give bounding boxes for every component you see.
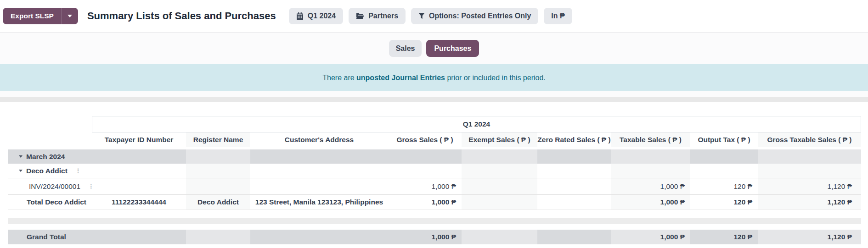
- cell-exempt-sales: [462, 230, 537, 244]
- cell-empty: [8, 116, 92, 132]
- cell-exempt-sales: [462, 149, 537, 164]
- cell-gross-taxable-sales: 1,120 ₱: [758, 195, 861, 209]
- col-register-name: Register Name: [186, 132, 250, 147]
- col-gross-taxable-sales: Gross Taxable Sales ( ₱ ): [758, 132, 861, 147]
- cell-zero-rated-sales: [537, 164, 611, 178]
- collapse-caret-icon[interactable]: [19, 155, 23, 158]
- grand-total-label: Grand Total: [8, 230, 92, 244]
- cell-taxable-sales: [611, 149, 690, 164]
- partners-filter-button[interactable]: Partners: [349, 8, 406, 24]
- cell-gross-taxable-sales: [758, 149, 861, 164]
- options-filter-label: Options: Posted Entries Only: [429, 12, 531, 20]
- month-group-label-cell: March 2024: [8, 149, 92, 164]
- chevron-down-icon: [68, 15, 72, 17]
- cell-empty: [8, 132, 92, 147]
- calendar-icon: [296, 12, 304, 20]
- cell-zero-rated-sales: [537, 195, 611, 209]
- cell-gross-sales: 1,000 ₱: [388, 178, 462, 194]
- export-slsp-button[interactable]: Export SLSP: [3, 8, 62, 24]
- cell-customer-address: [250, 230, 388, 244]
- col-taxable-sales: Taxable Sales ( ₱ ): [611, 132, 690, 147]
- cell-gross-sales: 1,000 ₱: [388, 195, 462, 209]
- col-exempt-sales: Exempt Sales ( ₱ ): [462, 132, 537, 147]
- cell-zero-rated-sales: [537, 178, 611, 194]
- partner-total-label: Total Deco Addict: [8, 195, 92, 209]
- tab-sales[interactable]: Sales: [389, 40, 422, 57]
- cell-customer-address: 123 Street, Manila 123123, Philippines: [250, 195, 388, 209]
- period-header-row: Q1 2024: [8, 116, 861, 132]
- filter-funnel-icon: [418, 13, 425, 19]
- cell-customer-address: [250, 149, 388, 164]
- report-content: Q1 2024 Taxpayer ID Number Register Name…: [0, 102, 868, 244]
- invoice-label-cell: INV/2024/00001 ⋮: [8, 178, 92, 194]
- col-zero-rated-sales: Zero Rated Sales ( ₱ ): [537, 132, 611, 147]
- gap: [0, 91, 868, 97]
- month-group-row[interactable]: March 2024: [8, 149, 861, 164]
- gap: [8, 210, 861, 218]
- options-filter-button[interactable]: Options: Posted Entries Only: [411, 8, 538, 24]
- cell-customer-address: [250, 178, 388, 194]
- grand-total-row: Grand Total 1,000 ₱ 1,000 ₱ 120 ₱ 1,120 …: [8, 230, 861, 244]
- cell-gross-taxable-sales: [758, 164, 861, 178]
- folder-open-icon: [356, 13, 364, 19]
- cell-taxable-sales: 1,000 ₱: [611, 195, 690, 209]
- cell-taxpayer-id: [92, 164, 186, 178]
- invoice-number[interactable]: INV/2024/00001: [29, 182, 80, 191]
- cell-customer-address: [250, 164, 388, 178]
- cell-zero-rated-sales: [537, 149, 611, 164]
- cell-register-name: Deco Addict: [186, 195, 250, 209]
- cell-output-tax: 120 ₱: [690, 178, 758, 194]
- banner-text-post: prior or included in this period.: [445, 74, 546, 82]
- cell-exempt-sales: [462, 164, 537, 178]
- cell-gross-sales: 1,000 ₱: [388, 230, 462, 244]
- cell-gross-taxable-sales: 1,120 ₱: [758, 178, 861, 194]
- partners-filter-label: Partners: [368, 12, 398, 20]
- export-slsp-split-button: Export SLSP: [3, 8, 78, 24]
- currency-filter-button[interactable]: In ₱: [544, 8, 572, 24]
- unposted-entries-banner: There are unposted Journal Entries prior…: [0, 64, 868, 91]
- column-header-row: Taxpayer ID Number Register Name Custome…: [8, 132, 861, 147]
- tab-purchases[interactable]: Purchases: [426, 40, 479, 57]
- partner-group-row[interactable]: Deco Addict ⋮: [8, 164, 861, 178]
- gap: [8, 224, 861, 230]
- cell-taxable-sales: [611, 164, 690, 178]
- date-filter-button[interactable]: Q1 2024: [289, 8, 343, 24]
- cell-exempt-sales: [462, 178, 537, 194]
- cell-taxable-sales: 1,000 ₱: [611, 178, 690, 194]
- divider-band: [0, 97, 868, 102]
- cell-gross-taxable-sales: 1,120 ₱: [758, 230, 861, 244]
- invoice-row[interactable]: INV/2024/00001 ⋮ 1,000 ₱ 1,000 ₱ 120 ₱ 1…: [8, 178, 861, 195]
- month-group-label: March 2024: [26, 153, 65, 161]
- cell-register-name: [186, 230, 250, 244]
- ellipsis-icon[interactable]: ⋮: [75, 168, 81, 174]
- filter-buttons: Q1 2024 Partners Options: Posted Entries…: [289, 8, 572, 24]
- cell-zero-rated-sales: [537, 230, 611, 244]
- page-title: Summary Lists of Sales and Purchases: [87, 10, 276, 22]
- cell-taxpayer-id: 11122233344444: [92, 195, 186, 209]
- cell-taxable-sales: 1,000 ₱: [611, 230, 690, 244]
- col-output-tax: Output Tax ( ₱ ): [690, 132, 758, 147]
- partner-total-row: Total Deco Addict 11122233344444 Deco Ad…: [8, 195, 861, 210]
- cell-register-name: [186, 149, 250, 164]
- cell-output-tax: [690, 164, 758, 178]
- unposted-journal-entries-link[interactable]: unposted Journal Entries: [356, 74, 445, 82]
- export-slsp-dropdown-toggle[interactable]: [62, 8, 78, 24]
- cell-output-tax: 120 ₱: [690, 230, 758, 244]
- col-taxpayer-id: Taxpayer ID Number: [92, 132, 186, 147]
- period-header: Q1 2024: [92, 116, 861, 132]
- spacer-row: [8, 218, 861, 224]
- date-filter-label: Q1 2024: [308, 12, 336, 20]
- cell-gross-sales: [388, 149, 462, 164]
- partner-group-label-cell: Deco Addict ⋮: [8, 164, 92, 178]
- cell-output-tax: 120 ₱: [690, 195, 758, 209]
- cell-taxpayer-id: [92, 230, 186, 244]
- currency-filter-label: In ₱: [551, 12, 564, 20]
- cell-register-name: [186, 178, 250, 194]
- collapse-caret-icon[interactable]: [19, 170, 23, 172]
- banner-text-pre: There are: [322, 74, 356, 82]
- banner-text: There are unposted Journal Entries prior…: [322, 74, 546, 82]
- cell-output-tax: [690, 149, 758, 164]
- col-gross-sales: Gross Sales ( ₱ ): [388, 132, 462, 147]
- cell-taxpayer-id: [92, 149, 186, 164]
- cell-exempt-sales: [462, 195, 537, 209]
